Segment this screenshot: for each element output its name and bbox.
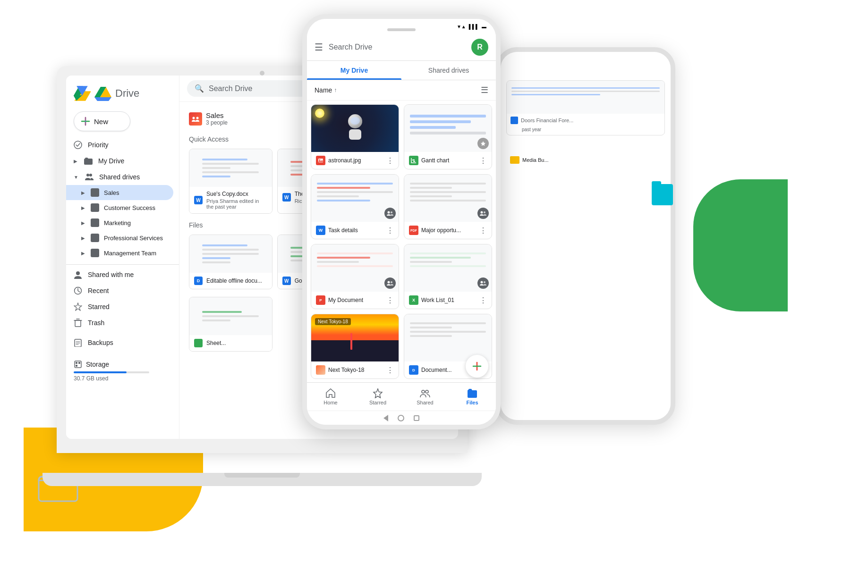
bg-file-card-1: Doors Financial Fore... past year — [506, 80, 665, 135]
sidebar-sub-marketing[interactable]: ▶ Marketing — [66, 215, 173, 230]
phone-file-work-list[interactable]: X Work List_01 ⋮ — [404, 244, 492, 309]
major-line — [410, 195, 452, 197]
sidebar-item-trash[interactable]: Trash — [66, 315, 173, 331]
sidebar-sub-prof-services[interactable]: ▶ Professional Services — [66, 230, 173, 245]
work-list-footer: X Work List_01 ⋮ — [404, 292, 492, 309]
phone-nav-files[interactable]: Files — [449, 388, 496, 405]
sidebar-item-shared-drives[interactable]: ▼ Shared drives — [66, 169, 173, 185]
starred-icon — [480, 141, 486, 146]
search-text: Search Drive — [209, 84, 252, 93]
phone-file-task-details[interactable]: W Task details ⋮ — [311, 174, 399, 239]
svg-point-32 — [425, 390, 428, 393]
more-icon-tokyo[interactable]: ⋮ — [386, 366, 394, 375]
tokyo-footer: Next Tokyo-18 ⋮ — [311, 361, 399, 378]
more-icon-my-doc[interactable]: ⋮ — [386, 296, 394, 305]
sidebar-item-priority[interactable]: Priority — [66, 137, 173, 153]
sidebar-item-recent[interactable]: Recent — [66, 283, 173, 299]
sidebar-storage[interactable]: Storage 30.7 GB used — [66, 354, 179, 387]
phone-file-major-opportu[interactable]: PDF Major opportu... ⋮ — [404, 174, 492, 239]
file-name-extra: Sheet... — [206, 340, 267, 346]
phone-files: astronaut.jpg ⋮ — [307, 101, 496, 382]
bg-thumb-1 — [507, 81, 664, 114]
bg-file-edited-1: past year — [507, 127, 664, 135]
file-card-extra[interactable]: Sheet... — [189, 297, 272, 352]
fab-plus-icon — [471, 361, 483, 372]
sidebar-item-backups[interactable]: Backups — [66, 335, 173, 351]
back-button[interactable] — [383, 415, 388, 421]
phone-file-gantt[interactable]: Gantt chart ⋮ — [404, 104, 492, 169]
phone-file-astronaut[interactable]: astronaut.jpg ⋮ — [311, 104, 399, 169]
hamburger-icon[interactable]: ☰ — [315, 42, 323, 53]
bg-docs-icon — [511, 117, 518, 124]
tab-shared-drives-label: Shared drives — [428, 67, 469, 74]
svg-rect-13 — [76, 365, 77, 367]
file-card-editable[interactable]: D Editable offline docu... — [189, 235, 272, 289]
more-icon-major[interactable]: ⋮ — [479, 226, 487, 235]
svg-point-28 — [391, 281, 392, 283]
more-icon-task[interactable]: ⋮ — [386, 226, 394, 235]
avatar-initial: R — [477, 43, 483, 51]
work-line — [410, 257, 471, 259]
storage-fill — [74, 371, 127, 373]
more-icon-astronaut[interactable]: ⋮ — [386, 156, 394, 165]
image-file-icon — [316, 156, 325, 165]
sidebar-sub-mgmt[interactable]: ▶ Management Team — [66, 245, 173, 260]
shared-with-me-label: Shared with me — [88, 271, 134, 278]
cs-label: Customer Success — [104, 204, 155, 211]
svg-point-29 — [481, 281, 483, 284]
more-icon-work-list[interactable]: ⋮ — [479, 296, 487, 305]
bg-thumb-line — [511, 91, 660, 92]
major-name: Major opportu... — [421, 227, 477, 234]
trash-label: Trash — [88, 319, 104, 327]
phone-nav-home[interactable]: Home — [307, 388, 354, 405]
sidebar-item-shared-with-me[interactable]: Shared with me — [66, 267, 173, 283]
thumb-line — [202, 261, 230, 263]
phone-file-my-document[interactable]: P My Document ⋮ — [311, 244, 399, 309]
mkt-folder-icon — [91, 218, 99, 227]
my-doc-thumb — [311, 244, 399, 292]
docs-icon: D — [194, 277, 203, 285]
sort-arrow-icon: ↑ — [334, 87, 337, 93]
expand-icon-sales: ▶ — [81, 190, 85, 195]
sidebar-item-mydrive[interactable]: ▶ My Drive — [66, 153, 173, 169]
bg-phone-screen: Doors Financial Fore... past year Media … — [501, 52, 671, 420]
shared-drives-label: Shared drives — [99, 173, 140, 181]
recents-button[interactable] — [414, 415, 419, 421]
files-nav-icon — [467, 388, 477, 398]
task-word-icon: W — [316, 226, 325, 235]
person-icon — [74, 270, 82, 279]
tab-shared-drives[interactable]: Shared drives — [401, 61, 496, 80]
new-button[interactable]: New — [74, 111, 130, 131]
phone-nav-shared[interactable]: Shared — [401, 388, 449, 405]
task-line — [317, 183, 393, 185]
sales-label: Sales — [104, 189, 119, 196]
search-icon: 🔍 — [195, 84, 204, 93]
word-icon: W — [194, 196, 203, 204]
work-list-name: Work List_01 — [421, 297, 477, 303]
trash-icon — [74, 319, 82, 327]
svg-rect-9 — [75, 320, 81, 327]
file-card-sues-copy[interactable]: W Sue's Copy.docx Priya Sharma edited in… — [189, 149, 272, 214]
users-icon — [85, 173, 94, 181]
more-icon-gantt[interactable]: ⋮ — [479, 156, 487, 165]
home-button[interactable] — [398, 415, 404, 421]
sort-label-container[interactable]: Name ↑ — [315, 86, 337, 94]
tab-my-drive[interactable]: My Drive — [307, 61, 401, 80]
phone-file-next-tokyo[interactable]: Next Tokyo-18 Next Tokyo-18 ⋮ — [311, 314, 399, 379]
file-card-info: W Sue's Copy.docx Priya Sharma edited in… — [189, 187, 272, 213]
fab-button[interactable] — [466, 355, 488, 378]
sidebar-sub-customer-success[interactable]: ▶ Customer Success — [66, 200, 173, 215]
gantt-file-icon — [411, 158, 417, 163]
phone-tabs: My Drive Shared drives — [307, 61, 496, 80]
phone-search-bar[interactable]: Search Drive — [329, 43, 466, 51]
sidebar-item-starred[interactable]: Starred — [66, 299, 173, 315]
list-view-icon[interactable]: ☰ — [481, 85, 488, 95]
thumb-line — [202, 315, 259, 317]
ps-folder-icon — [91, 234, 99, 242]
home-nav-icon — [325, 388, 336, 398]
phone-avatar[interactable]: R — [471, 39, 488, 56]
sidebar-sub-sales[interactable]: ▶ Sales — [66, 185, 173, 200]
tokyo-name: Next Tokyo-18 — [328, 367, 383, 373]
thumb-line — [202, 171, 259, 173]
phone-nav-starred[interactable]: Starred — [354, 388, 401, 405]
